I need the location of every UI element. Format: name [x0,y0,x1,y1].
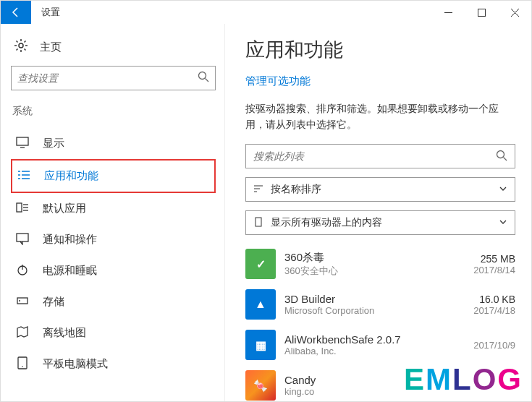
home-label: 主页 [40,40,62,54]
nav-item-storage[interactable]: 存储 [11,286,216,317]
default-apps-icon [15,201,30,216]
nav-item-apps-features[interactable]: 应用和功能 [11,159,216,193]
home-link[interactable]: 主页 [11,34,216,66]
nav-item-display[interactable]: 显示 [11,128,216,159]
svg-rect-5 [17,137,28,145]
maximize-button[interactable] [465,1,498,24]
chevron-down-icon [499,184,507,195]
app-icon: ▲ [245,289,276,320]
app-icon: 🍬 [245,370,276,401]
app-row[interactable]: ▦ AliWorkbenchSafe 2.0.7 Alibaba, Inc. 2… [245,325,515,365]
svg-point-24 [497,150,504,158]
svg-line-4 [206,79,209,82]
nav-label: 平板电脑模式 [43,357,108,371]
filter-label: 显示所有驱动器上的内容 [271,216,382,229]
search-apps-input[interactable] [253,150,496,162]
main-panel: 应用和功能 管理可选功能 按驱动器搜索、排序和筛选。如果想要卸载或移动一个应用，… [225,24,531,401]
app-icon: ✓ [245,249,276,279]
nav-label: 离线地图 [43,326,86,340]
svg-rect-13 [17,203,22,212]
search-apps-box[interactable] [245,144,515,168]
app-publisher: Microsoft Corporation [284,305,473,316]
window-title: 设置 [41,6,60,19]
drive-icon [253,217,263,229]
svg-rect-29 [256,218,261,226]
app-name: 3D Builder [284,293,473,305]
back-button[interactable] [1,1,31,24]
app-date: 2017/8/14 [473,265,515,275]
svg-point-2 [19,43,23,48]
app-name: 360杀毒 [284,251,473,265]
app-publisher: Alibaba, Inc. [284,346,473,356]
description-text: 按驱动器搜索、排序和筛选。如果想要卸载或移动一个应用，请从列表中选择它。 [245,101,515,132]
nav-item-offline-maps[interactable]: 离线地图 [11,317,216,348]
svg-line-25 [504,157,507,161]
watermark: EMLOG [404,362,523,397]
app-publisher: 360安全中心 [284,265,473,278]
search-icon [496,150,507,163]
page-title: 应用和功能 [245,37,515,63]
nav-label: 应用和功能 [44,169,98,183]
section-label: 系统 [11,105,216,118]
sort-label: 按名称排序 [271,183,321,196]
monitor-icon [15,136,30,151]
power-icon [15,263,30,278]
nav-item-power-sleep[interactable]: 电源和睡眠 [11,255,216,286]
minimize-button[interactable] [431,1,465,24]
gear-icon [14,38,28,56]
svg-point-21 [19,300,20,302]
search-settings-box[interactable] [11,66,216,90]
svg-point-23 [22,366,23,367]
app-size: 16.0 KB [473,294,515,305]
sort-dropdown[interactable]: 按名称排序 [245,177,515,202]
nav-label: 默认应用 [43,202,86,215]
nav-label: 电源和睡眠 [43,264,97,278]
list-icon [17,168,31,184]
app-icon: ▦ [245,330,276,360]
sidebar: 主页 系统 显示 应用和功能 [1,24,225,401]
nav-label: 存储 [43,295,64,309]
nav-label: 通知和操作 [43,233,97,247]
nav-item-notifications[interactable]: 通知和操作 [11,224,216,255]
titlebar: 设置 [1,1,531,24]
app-row[interactable]: ✓ 360杀毒 360安全中心 255 MB 2017/8/14 [245,244,515,284]
notification-icon [15,232,30,247]
app-row[interactable]: ▲ 3D Builder Microsoft Corporation 16.0 … [245,284,515,325]
search-icon [198,71,209,85]
filter-dropdown[interactable]: 显示所有驱动器上的内容 [245,210,515,235]
svg-point-3 [199,72,206,80]
map-icon [15,325,30,341]
close-button[interactable] [498,1,531,24]
sort-icon [253,184,263,196]
nav-item-tablet-mode[interactable]: 平板电脑模式 [11,348,216,380]
tablet-icon [15,356,30,372]
app-date: 2017/10/9 [473,340,515,351]
chevron-down-icon [499,217,507,228]
nav-label: 显示 [43,137,64,150]
storage-icon [15,294,30,309]
search-settings-input[interactable] [17,72,198,84]
app-name: AliWorkbenchSafe 2.0.7 [284,333,473,346]
app-date: 2017/4/18 [473,305,515,316]
svg-rect-17 [17,234,28,241]
svg-rect-1 [478,9,485,16]
nav-item-default-apps[interactable]: 默认应用 [11,193,216,224]
manage-optional-features-link[interactable]: 管理可选功能 [245,74,515,88]
app-size: 255 MB [473,253,515,265]
